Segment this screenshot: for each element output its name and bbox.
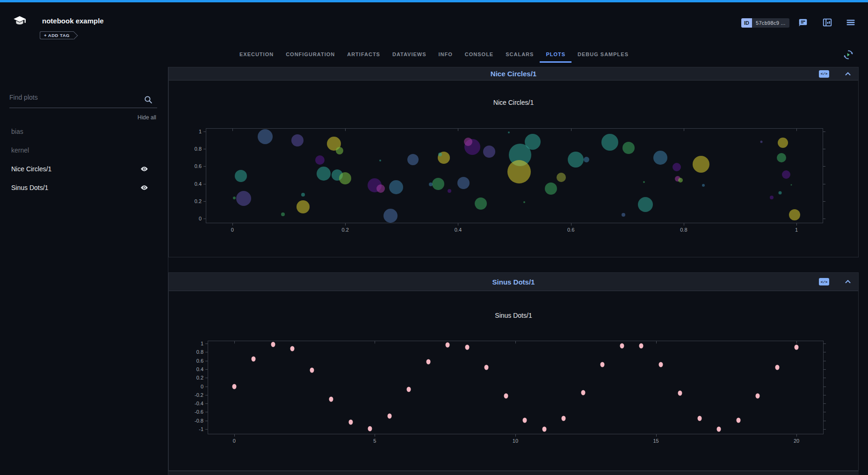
bubble-marker <box>379 160 381 161</box>
bubble-marker <box>508 132 510 133</box>
refresh-button[interactable] <box>842 49 854 61</box>
x-tick-label: 0.8 <box>680 227 687 233</box>
menu-icon[interactable] <box>846 17 856 28</box>
bubble-marker <box>383 209 398 223</box>
plot-item-label: kernel <box>11 146 29 154</box>
x-tick-label: 0 <box>233 438 236 444</box>
tab-artifacts[interactable]: ARTIFACTS <box>341 49 386 63</box>
plot-list-item-bias[interactable]: bias <box>0 122 168 141</box>
bubble-marker <box>638 197 653 212</box>
x-tick <box>234 434 235 437</box>
bubble-marker <box>429 183 433 186</box>
dot-marker <box>329 397 333 402</box>
x-tick-mirror <box>571 129 571 131</box>
plot-area[interactable]: -1-0.8-0.6-0.4-0.200.20.40.60.8105101520 <box>208 341 824 434</box>
comment-icon[interactable] <box>798 17 808 28</box>
x-tick-label: 15 <box>653 438 658 444</box>
plot-area[interactable]: 00.20.40.60.8100.20.40.60.81 <box>206 128 823 223</box>
hide-all-link[interactable]: Hide all <box>137 114 156 121</box>
y-tick-label: 0.8 <box>195 146 202 152</box>
y-tick-label: -0.6 <box>195 409 203 415</box>
collapse-chevron-icon[interactable] <box>844 70 852 78</box>
y-tick-mirror <box>823 219 825 219</box>
bubble-marker <box>770 196 774 199</box>
tab-info[interactable]: INFO <box>433 49 459 63</box>
y-tick <box>205 387 208 387</box>
tab-dataviews[interactable]: DATAVIEWS <box>386 49 433 63</box>
panel-title: Nice Circles/1 <box>491 70 536 78</box>
search-input[interactable] <box>9 94 143 101</box>
x-tick-mirror <box>684 129 684 131</box>
bubble-marker <box>281 212 285 216</box>
bubble-marker <box>673 163 681 171</box>
bubble-marker <box>448 189 451 193</box>
dot-marker <box>697 416 702 421</box>
y-tick-mirror <box>823 201 825 202</box>
plots-main: Nice Circles/1 </> Nice Circles/1 00.20.… <box>168 67 868 475</box>
plots-sidebar: Hide all biaskernelNice Circles/1Sinus D… <box>0 67 168 475</box>
y-tick-label: 0.8 <box>196 349 203 355</box>
bubble-marker <box>678 178 683 183</box>
search-icon[interactable] <box>144 95 152 104</box>
panel-body: Sinus Dots/1 -1-0.8-0.6-0.4-0.200.20.40.… <box>169 291 858 470</box>
dot-marker <box>523 418 527 423</box>
bubble-marker <box>258 129 273 144</box>
experiment-id-badge[interactable]: ID 57cb98c9 ... <box>741 18 789 28</box>
y-tick <box>205 361 208 361</box>
collapse-chevron-icon[interactable] <box>844 278 852 285</box>
dot-marker <box>290 346 295 351</box>
view-code-button[interactable]: </> <box>819 278 829 285</box>
view-code-button[interactable]: </> <box>819 70 829 78</box>
tab-debug-samples[interactable]: DEBUG SAMPLES <box>571 49 635 63</box>
y-tick-mirror <box>824 403 826 404</box>
bubble-marker <box>507 160 531 183</box>
dot-marker <box>795 344 799 350</box>
y-tick <box>205 352 208 352</box>
visibility-eye-icon[interactable] <box>140 165 148 173</box>
bubble-marker <box>622 142 635 154</box>
bubble-marker <box>464 138 472 146</box>
y-tick-label: 1 <box>201 341 203 346</box>
y-tick <box>205 412 208 412</box>
tab-scalars[interactable]: SCALARS <box>499 49 540 63</box>
app-window: COMPLETED notebook example + ADD TAG ID … <box>0 0 868 475</box>
bubble-marker <box>297 200 310 213</box>
tab-execution[interactable]: EXECUTION <box>233 49 280 63</box>
bubble-marker <box>789 209 800 220</box>
content-area: Hide all biaskernelNice Circles/1Sinus D… <box>0 67 868 475</box>
chart-title: Nice Circles/1 <box>169 99 858 106</box>
visibility-eye-icon[interactable] <box>140 184 148 191</box>
bubble-marker <box>584 157 589 162</box>
details-panel-icon[interactable] <box>822 17 832 28</box>
plot-item-label: Sinus Dots/1 <box>11 184 48 191</box>
dot-marker <box>310 368 314 373</box>
y-tick-label: 0.2 <box>196 375 203 380</box>
tab-configuration[interactable]: CONFIGURATION <box>280 49 341 63</box>
y-tick <box>203 201 206 202</box>
bubble-marker <box>438 153 442 156</box>
x-tick <box>345 223 346 226</box>
x-tick-mirror <box>515 341 516 343</box>
plot-list-item-nice-circles-1[interactable]: Nice Circles/1 <box>0 160 168 178</box>
x-tick <box>232 223 233 226</box>
dot-marker <box>736 418 740 423</box>
y-tick-mirror <box>823 132 825 132</box>
bubble-marker <box>315 155 325 165</box>
dot-marker <box>658 362 663 367</box>
dot-marker <box>678 390 682 395</box>
plot-list-item-sinus-dots-1[interactable]: Sinus Dots/1 <box>0 178 168 197</box>
x-tick-label: 1 <box>795 227 798 233</box>
plot-list-item-kernel[interactable]: kernel <box>0 141 168 160</box>
y-tick <box>203 184 206 184</box>
plot-item-label: Nice Circles/1 <box>11 165 51 173</box>
dot-marker <box>717 427 721 432</box>
tab-plots[interactable]: PLOTS <box>540 49 571 63</box>
y-tick-label: 0 <box>199 216 202 221</box>
dot-marker <box>232 384 236 389</box>
y-tick-label: -1 <box>199 426 203 432</box>
tab-console[interactable]: CONSOLE <box>459 49 499 63</box>
bubble-marker <box>407 154 419 165</box>
y-tick-mirror <box>823 166 825 167</box>
y-tick-label: -0.2 <box>195 392 203 398</box>
bubble-marker <box>317 167 331 181</box>
